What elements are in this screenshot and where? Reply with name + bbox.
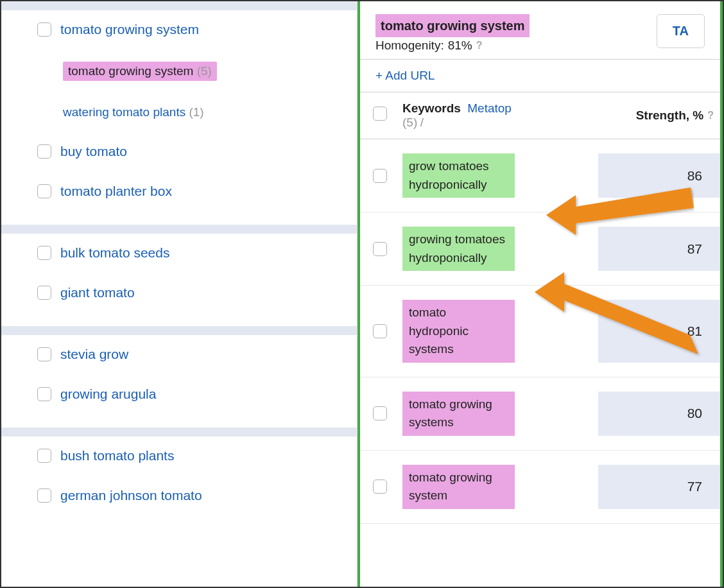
- sidebar-item[interactable]: stevia grow: [1, 335, 357, 362]
- strength-value: 77: [598, 465, 720, 509]
- th-strength-label[interactable]: Strength, %: [636, 108, 704, 123]
- sidebar-item-label[interactable]: watering tomato plants (1): [63, 105, 204, 119]
- ta-button[interactable]: TA: [657, 14, 705, 48]
- sidebar-subitem[interactable]: tomato growing system (5): [1, 50, 357, 81]
- sidebar-item-label[interactable]: tomato growing system: [60, 22, 199, 37]
- sidebar-item-label[interactable]: giant tomato: [60, 285, 135, 300]
- th-keywords-count: (5): [402, 116, 417, 129]
- sidebar-item[interactable]: bulk tomato seeds: [1, 234, 357, 261]
- strength-value: 86: [598, 153, 720, 198]
- row-checkbox[interactable]: [373, 406, 387, 420]
- detail-title: tomato growing system: [375, 14, 530, 37]
- sidebar-item-label[interactable]: tomato growing system (5): [63, 62, 217, 81]
- help-icon[interactable]: ?: [707, 110, 714, 121]
- table-row: tomato hydroponic systems81: [360, 286, 720, 377]
- table-row: tomato growing system77: [360, 451, 720, 524]
- sidebar-checkbox[interactable]: [37, 347, 51, 361]
- sidebar-item[interactable]: tomato planter box: [1, 172, 357, 199]
- sidebar-checkbox[interactable]: [37, 449, 51, 463]
- sidebar-checkbox[interactable]: [37, 22, 51, 37]
- row-checkbox[interactable]: [373, 169, 387, 183]
- keyword-pill[interactable]: tomato growing system: [402, 465, 515, 509]
- sidebar-item[interactable]: german johnson tomato: [1, 476, 357, 503]
- row-checkbox[interactable]: [373, 324, 387, 338]
- sidebar-checkbox[interactable]: [37, 246, 51, 260]
- sidebar-item-count: (5): [193, 64, 212, 78]
- help-icon[interactable]: ?: [476, 40, 483, 51]
- homogeneity-value: 81%: [448, 39, 472, 53]
- th-metatop-link[interactable]: Metatop: [467, 101, 512, 115]
- table-row: growing tomatoes hydroponically87: [360, 212, 720, 286]
- keyword-pill[interactable]: tomato growing systems: [402, 392, 515, 436]
- sidebar-item[interactable]: bush tomato plants: [1, 437, 357, 463]
- sidebar-item-label[interactable]: buy tomato: [60, 144, 127, 159]
- left-sidebar: tomato growing systemtomato growing syst…: [1, 1, 358, 587]
- strength-value: 81: [598, 300, 720, 363]
- th-keywords-label: Keywords: [402, 101, 461, 115]
- sidebar-item[interactable]: growing arugula: [1, 375, 357, 402]
- sidebar-item-label[interactable]: german johnson tomato: [60, 488, 202, 503]
- sidebar-item-label[interactable]: tomato planter box: [60, 184, 172, 199]
- table-row: grow tomatoes hydroponically86: [360, 139, 720, 212]
- sidebar-item-count: (1): [185, 105, 204, 119]
- sidebar-checkbox[interactable]: [37, 184, 51, 198]
- table-row: tomato growing systems80: [360, 377, 720, 451]
- add-url-link[interactable]: + Add URL: [375, 69, 435, 82]
- sidebar-checkbox[interactable]: [37, 144, 51, 159]
- sidebar-item-label[interactable]: stevia grow: [60, 347, 128, 362]
- detail-header: tomato growing system Homogenity: 81% ? …: [360, 1, 720, 60]
- table-header: Keywords Metatop (5) / Strength, % ?: [360, 92, 720, 139]
- keyword-table-body: grow tomatoes hydroponically86growing to…: [360, 139, 720, 524]
- sidebar-item[interactable]: tomato growing system: [1, 10, 357, 37]
- right-panel: tomato growing system Homogenity: 81% ? …: [358, 1, 723, 587]
- strength-value: 80: [598, 392, 720, 436]
- sidebar-checkbox[interactable]: [37, 489, 51, 503]
- homogeneity-label: Homogenity:: [375, 39, 444, 53]
- row-checkbox[interactable]: [373, 242, 387, 256]
- keyword-pill[interactable]: grow tomatoes hydroponically: [402, 153, 515, 198]
- sidebar-item-label[interactable]: bulk tomato seeds: [60, 245, 169, 261]
- sidebar-checkbox[interactable]: [37, 286, 51, 300]
- sidebar-item[interactable]: buy tomato: [1, 132, 357, 159]
- sidebar-item-label[interactable]: bush tomato plants: [60, 448, 174, 463]
- strength-value: 87: [598, 227, 720, 271]
- keyword-pill[interactable]: tomato hydroponic systems: [402, 300, 515, 363]
- th-slash: /: [420, 116, 424, 129]
- homogeneity-row: Homogenity: 81% ?: [375, 39, 530, 53]
- select-all-checkbox[interactable]: [373, 107, 387, 121]
- keyword-pill[interactable]: growing tomatoes hydroponically: [402, 227, 515, 271]
- sidebar-subitem[interactable]: watering tomato plants (1): [1, 94, 357, 119]
- sidebar-item-label[interactable]: growing arugula: [60, 386, 156, 402]
- sidebar-item[interactable]: giant tomato: [1, 273, 357, 300]
- sidebar-checkbox[interactable]: [37, 387, 51, 401]
- row-checkbox[interactable]: [373, 480, 387, 494]
